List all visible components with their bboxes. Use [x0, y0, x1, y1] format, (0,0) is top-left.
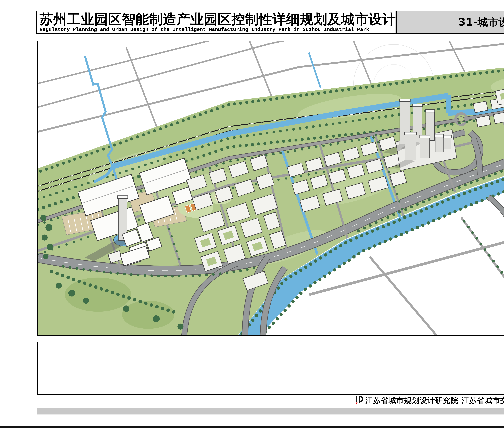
page-frame-top-rule: [1, 1, 504, 1]
notes-box: [37, 342, 504, 395]
sheet-label-box: 31-城市设计三维鸟瞰图: [396, 11, 504, 34]
institute-logo-icon: [355, 396, 363, 405]
page-bottom-bar: [0, 426, 504, 428]
sheet-label: 31-城市设计三维鸟瞰图: [458, 15, 504, 29]
title-block: 苏州工业园区智能制造产业园区控制性详细规划及城市设计 Regulatory Pl…: [36, 11, 396, 34]
footer-organizations: 江苏省城市规划设计研究院江苏省城市交通规划研究中心: [365, 395, 504, 406]
page-frame-left-rule: [1, 1, 1, 426]
footer: 江苏省城市规划设计研究院江苏省城市交通规划研究中心: [355, 395, 504, 406]
aerial-rendering: [38, 41, 504, 335]
org-2: 江苏省城市交通规划研究中心: [462, 396, 504, 405]
org-1: 江苏省城市规划设计研究院: [365, 396, 458, 405]
plan-sheet: 苏州工业园区智能制造产业园区控制性详细规划及城市设计 Regulatory Pl…: [0, 0, 504, 428]
footer-gray-bar: [37, 408, 504, 414]
project-title-chinese: 苏州工业园区智能制造产业园区控制性详细规划及城市设计: [40, 12, 396, 26]
project-title-english: Regulatory Planning and Urban Design of …: [40, 27, 396, 33]
aerial-rendering-frame: [37, 41, 504, 336]
